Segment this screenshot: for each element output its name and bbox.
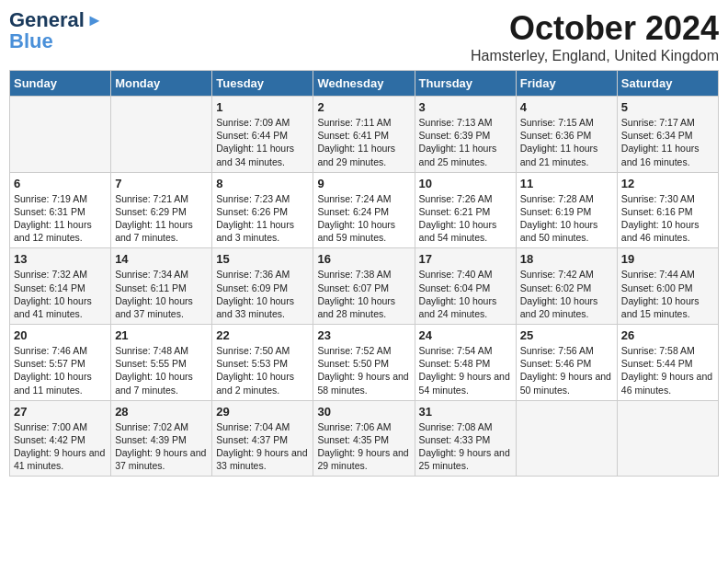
calendar-cell: 19Sunrise: 7:44 AMSunset: 6:00 PMDayligh… (617, 248, 718, 325)
weekday-header-sunday: Sunday (10, 71, 111, 97)
day-number: 3 (419, 100, 512, 114)
cell-content: Sunrise: 7:17 AMSunset: 6:34 PMDaylight:… (621, 116, 714, 168)
calendar-cell: 30Sunrise: 7:06 AMSunset: 4:35 PMDayligh… (313, 400, 415, 477)
week-row-3: 13Sunrise: 7:32 AMSunset: 6:14 PMDayligh… (10, 248, 719, 325)
day-number: 12 (621, 177, 714, 190)
cell-content: Sunrise: 7:50 AMSunset: 5:53 PMDaylight:… (216, 344, 309, 396)
calendar-cell: 26Sunrise: 7:58 AMSunset: 5:44 PMDayligh… (617, 325, 718, 401)
cell-content: Sunrise: 7:52 AMSunset: 5:50 PMDaylight:… (317, 344, 410, 396)
weekday-header-wednesday: Wednesday (313, 71, 415, 97)
calendar-cell: 12Sunrise: 7:30 AMSunset: 6:16 PMDayligh… (617, 172, 718, 248)
day-number: 7 (115, 177, 208, 190)
calendar-cell: 5Sunrise: 7:17 AMSunset: 6:34 PMDaylight… (617, 97, 718, 173)
cell-content: Sunrise: 7:21 AMSunset: 6:29 PMDaylight:… (115, 192, 208, 245)
day-number: 17 (419, 252, 512, 266)
cell-content: Sunrise: 7:13 AMSunset: 6:39 PMDaylight:… (419, 116, 512, 168)
calendar-cell: 18Sunrise: 7:42 AMSunset: 6:02 PMDayligh… (516, 248, 617, 325)
week-row-1: 1Sunrise: 7:09 AMSunset: 6:44 PMDaylight… (10, 97, 719, 173)
calendar-cell: 28Sunrise: 7:02 AMSunset: 4:39 PMDayligh… (111, 400, 212, 477)
calendar-cell: 15Sunrise: 7:36 AMSunset: 6:09 PMDayligh… (212, 248, 313, 325)
day-number: 9 (317, 177, 410, 190)
calendar-cell: 31Sunrise: 7:08 AMSunset: 4:33 PMDayligh… (415, 400, 516, 477)
calendar-cell: 29Sunrise: 7:04 AMSunset: 4:37 PMDayligh… (212, 400, 313, 477)
calendar-cell (10, 97, 111, 173)
weekday-header-tuesday: Tuesday (212, 71, 313, 97)
cell-content: Sunrise: 7:56 AMSunset: 5:46 PMDaylight:… (520, 344, 613, 396)
day-number: 24 (419, 328, 512, 342)
week-row-4: 20Sunrise: 7:46 AMSunset: 5:57 PMDayligh… (10, 325, 719, 401)
calendar-table: SundayMondayTuesdayWednesdayThursdayFrid… (9, 70, 719, 477)
cell-content: Sunrise: 7:00 AMSunset: 4:42 PMDaylight:… (14, 420, 107, 473)
calendar-cell: 27Sunrise: 7:00 AMSunset: 4:42 PMDayligh… (10, 400, 111, 477)
calendar-cell: 10Sunrise: 7:26 AMSunset: 6:21 PMDayligh… (415, 172, 516, 248)
cell-content: Sunrise: 7:02 AMSunset: 4:39 PMDaylight:… (115, 420, 208, 473)
calendar-cell: 1Sunrise: 7:09 AMSunset: 6:44 PMDaylight… (212, 97, 313, 173)
calendar-cell: 16Sunrise: 7:38 AMSunset: 6:07 PMDayligh… (313, 248, 415, 325)
cell-content: Sunrise: 7:04 AMSunset: 4:37 PMDaylight:… (216, 420, 309, 473)
day-number: 4 (520, 100, 613, 114)
calendar-cell: 23Sunrise: 7:52 AMSunset: 5:50 PMDayligh… (313, 325, 415, 401)
day-number: 15 (216, 252, 309, 266)
day-number: 1 (216, 100, 309, 114)
calendar-cell (516, 400, 617, 477)
weekday-header-monday: Monday (111, 71, 212, 97)
day-number: 2 (317, 100, 410, 114)
calendar-cell: 3Sunrise: 7:13 AMSunset: 6:39 PMDaylight… (415, 97, 516, 173)
day-number: 27 (14, 405, 107, 419)
calendar-cell: 13Sunrise: 7:32 AMSunset: 6:14 PMDayligh… (10, 248, 111, 325)
day-number: 19 (621, 252, 714, 266)
day-number: 10 (419, 177, 512, 190)
day-number: 13 (14, 252, 107, 266)
cell-content: Sunrise: 7:30 AMSunset: 6:16 PMDaylight:… (621, 192, 714, 245)
day-number: 11 (520, 177, 613, 190)
cell-content: Sunrise: 7:44 AMSunset: 6:00 PMDaylight:… (621, 268, 714, 320)
logo-subtext: Blue (9, 31, 53, 52)
day-number: 14 (115, 252, 208, 266)
calendar-cell (617, 400, 718, 477)
day-number: 20 (14, 328, 107, 342)
cell-content: Sunrise: 7:24 AMSunset: 6:24 PMDaylight:… (317, 192, 410, 245)
calendar-cell: 24Sunrise: 7:54 AMSunset: 5:48 PMDayligh… (415, 325, 516, 401)
location: Hamsterley, England, United Kingdom (471, 48, 719, 64)
day-number: 5 (621, 100, 714, 114)
day-number: 22 (216, 328, 309, 342)
calendar-cell: 21Sunrise: 7:48 AMSunset: 5:55 PMDayligh… (111, 325, 212, 401)
day-number: 21 (115, 328, 208, 342)
calendar-cell: 17Sunrise: 7:40 AMSunset: 6:04 PMDayligh… (415, 248, 516, 325)
calendar-cell: 20Sunrise: 7:46 AMSunset: 5:57 PMDayligh… (10, 325, 111, 401)
calendar-cell: 2Sunrise: 7:11 AMSunset: 6:41 PMDaylight… (313, 97, 415, 173)
day-number: 16 (317, 252, 410, 266)
cell-content: Sunrise: 7:54 AMSunset: 5:48 PMDaylight:… (419, 344, 512, 396)
calendar-cell: 22Sunrise: 7:50 AMSunset: 5:53 PMDayligh… (212, 325, 313, 401)
cell-content: Sunrise: 7:58 AMSunset: 5:44 PMDaylight:… (621, 344, 714, 396)
day-number: 31 (419, 405, 512, 419)
cell-content: Sunrise: 7:09 AMSunset: 6:44 PMDaylight:… (216, 116, 309, 168)
calendar-cell: 25Sunrise: 7:56 AMSunset: 5:46 PMDayligh… (516, 325, 617, 401)
day-number: 8 (216, 177, 309, 190)
calendar-cell (111, 97, 212, 173)
calendar-cell: 7Sunrise: 7:21 AMSunset: 6:29 PMDaylight… (111, 172, 212, 248)
calendar-cell: 9Sunrise: 7:24 AMSunset: 6:24 PMDaylight… (313, 172, 415, 248)
page-header: General► Blue October 2024 Hamsterley, E… (9, 9, 719, 64)
day-number: 23 (317, 328, 410, 342)
day-number: 28 (115, 405, 208, 419)
cell-content: Sunrise: 7:34 AMSunset: 6:11 PMDaylight:… (115, 268, 208, 320)
title-area: October 2024 Hamsterley, England, United… (471, 9, 719, 64)
weekday-header-row: SundayMondayTuesdayWednesdayThursdayFrid… (10, 71, 719, 97)
cell-content: Sunrise: 7:36 AMSunset: 6:09 PMDaylight:… (216, 268, 309, 320)
month-title: October 2024 (471, 9, 719, 48)
weekday-header-thursday: Thursday (415, 71, 516, 97)
calendar-cell: 4Sunrise: 7:15 AMSunset: 6:36 PMDaylight… (516, 97, 617, 173)
cell-content: Sunrise: 7:46 AMSunset: 5:57 PMDaylight:… (14, 344, 107, 396)
day-number: 26 (621, 328, 714, 342)
day-number: 30 (317, 405, 410, 419)
logo-text: General► (9, 9, 103, 31)
cell-content: Sunrise: 7:11 AMSunset: 6:41 PMDaylight:… (317, 116, 410, 168)
logo: General► Blue (9, 9, 103, 52)
calendar-cell: 11Sunrise: 7:28 AMSunset: 6:19 PMDayligh… (516, 172, 617, 248)
cell-content: Sunrise: 7:26 AMSunset: 6:21 PMDaylight:… (419, 192, 512, 245)
week-row-2: 6Sunrise: 7:19 AMSunset: 6:31 PMDaylight… (10, 172, 719, 248)
cell-content: Sunrise: 7:38 AMSunset: 6:07 PMDaylight:… (317, 268, 410, 320)
cell-content: Sunrise: 7:48 AMSunset: 5:55 PMDaylight:… (115, 344, 208, 396)
day-number: 6 (14, 177, 107, 190)
